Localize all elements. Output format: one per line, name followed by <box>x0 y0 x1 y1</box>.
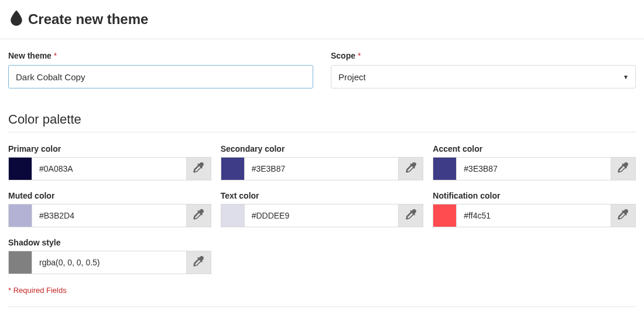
color-label: Notification color <box>433 191 636 200</box>
required-indicator: * <box>355 51 361 60</box>
color-value-input[interactable]: #3E3B87 <box>457 158 611 180</box>
eyedropper-icon <box>618 209 628 222</box>
color-value-input[interactable]: #0A083A <box>32 158 186 180</box>
form-area: New theme * Scope * Project ▼ Color pale… <box>0 39 644 295</box>
color-label: Accent color <box>433 144 636 153</box>
color-label: Shadow style <box>8 238 211 247</box>
required-indicator: * <box>52 51 57 60</box>
color-value-input[interactable]: #ff4c51 <box>457 204 611 227</box>
color-value-input[interactable]: #3E3B87 <box>245 158 399 180</box>
page-title: Create new theme <box>28 11 148 28</box>
required-fields-note: * Required Fields <box>8 286 636 295</box>
chevron-down-icon: ▼ <box>623 74 629 80</box>
eyedropper-icon <box>193 256 204 269</box>
color-label: Primary color <box>8 144 211 153</box>
color-swatch[interactable] <box>221 158 245 180</box>
color-value-input[interactable]: rgba(0, 0, 0, 0.5) <box>32 251 186 274</box>
page-header: Create new theme <box>0 0 644 39</box>
color-input-row: #ff4c51 <box>433 204 636 227</box>
scope-label: Scope * <box>331 51 636 60</box>
eyedropper-button[interactable] <box>398 204 423 227</box>
eyedropper-icon <box>193 162 204 175</box>
eyedropper-icon <box>406 162 416 175</box>
color-field-shadow: Shadow stylergba(0, 0, 0, 0.5) <box>8 238 211 274</box>
color-input-row: #DDDEE9 <box>221 204 424 227</box>
color-swatch[interactable] <box>433 204 457 227</box>
eyedropper-button[interactable] <box>611 158 635 180</box>
eyedropper-icon <box>193 209 204 222</box>
color-input-row: rgba(0, 0, 0, 0.5) <box>8 251 211 274</box>
color-field-muted: Muted color#B3B2D4 <box>8 191 211 227</box>
theme-name-label: New theme * <box>8 51 313 60</box>
color-value-input[interactable]: #B3B2D4 <box>32 204 186 227</box>
color-swatch[interactable] <box>9 204 32 227</box>
color-field-notification: Notification color#ff4c51 <box>433 191 636 227</box>
eyedropper-button[interactable] <box>186 204 211 227</box>
eyedropper-button[interactable] <box>398 158 423 180</box>
eyedropper-button[interactable] <box>186 158 211 180</box>
tint-icon <box>11 11 22 28</box>
color-label: Secondary color <box>221 144 424 153</box>
color-input-row: #3E3B87 <box>433 157 636 180</box>
color-label: Muted color <box>8 191 211 200</box>
scope-select[interactable]: Project <box>331 65 636 88</box>
eyedropper-button[interactable] <box>611 204 635 227</box>
color-field-secondary: Secondary color#3E3B87 <box>221 144 424 180</box>
color-value-input[interactable]: #DDDEE9 <box>245 204 399 227</box>
eyedropper-button[interactable] <box>186 251 211 274</box>
palette-section-title: Color palette <box>8 112 636 132</box>
color-field-text: Text color#DDDEE9 <box>221 191 424 227</box>
top-fields-row: New theme * Scope * Project ▼ <box>8 51 636 88</box>
color-swatch[interactable] <box>221 204 245 227</box>
color-swatch[interactable] <box>9 251 32 274</box>
color-input-row: #B3B2D4 <box>8 204 211 227</box>
eyedropper-icon <box>406 209 416 222</box>
divider <box>8 306 636 307</box>
color-field-accent: Accent color#3E3B87 <box>433 144 636 180</box>
theme-name-input[interactable] <box>8 65 313 88</box>
color-field-primary: Primary color#0A083A <box>8 144 211 180</box>
color-swatch[interactable] <box>433 158 457 180</box>
color-swatch[interactable] <box>9 158 32 180</box>
theme-name-group: New theme * <box>8 51 313 88</box>
color-input-row: #0A083A <box>8 157 211 180</box>
color-input-row: #3E3B87 <box>221 157 424 180</box>
scope-group: Scope * Project ▼ <box>331 51 636 88</box>
color-label: Text color <box>221 191 424 200</box>
palette-grid: Primary color#0A083ASecondary color#3E3B… <box>8 144 636 274</box>
eyedropper-icon <box>618 162 628 175</box>
